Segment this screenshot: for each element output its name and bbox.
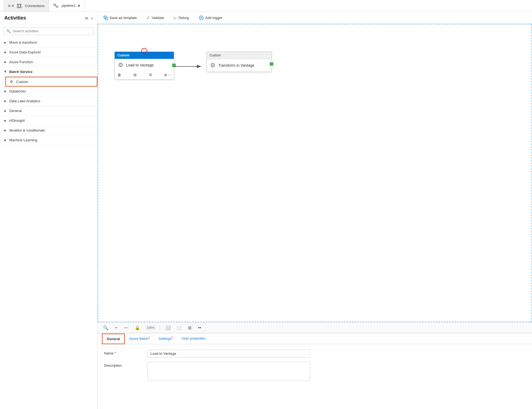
zoom-search-tool[interactable]: 🔍: [102, 325, 110, 331]
canvas-toolbar: 🔍 + — 🔒 100% ⬜ ⬚ ⊞ ▪▪: [98, 322, 532, 333]
node1-title: Load to Vantage: [126, 63, 154, 67]
sidebar-item-general[interactable]: ▶ General: [0, 106, 97, 116]
lock-tool[interactable]: 🔒: [134, 325, 141, 331]
sidebar-item-custom[interactable]: ⚙ Custom: [5, 77, 97, 87]
tab-general[interactable]: General: [102, 334, 125, 344]
sidebar-item-machine-learning[interactable]: ▶ Machine Learning: [0, 135, 97, 145]
tab-settings[interactable]: Settings1: [154, 333, 177, 344]
search-input[interactable]: [13, 29, 91, 33]
form-row-description: Description: [104, 362, 525, 381]
sidebar-item-label: Machine Learning: [9, 138, 37, 142]
zoom-100-tool[interactable]: 100%: [146, 325, 155, 330]
arrow-icon: ▶: [4, 71, 7, 73]
add-trigger-label: Add trigger: [205, 16, 223, 20]
sidebar-title: Activities: [4, 15, 26, 21]
zoom-in-tool[interactable]: +: [114, 325, 118, 331]
arrow-icon: ▶: [4, 90, 7, 93]
validate-label: Validate: [152, 16, 164, 20]
node1-footer: 🗑 ⊞ ⧉ ⊕→: [115, 71, 174, 79]
sidebar-item-label: Batch Service: [9, 70, 33, 74]
pipeline-toolbar: Save as template ✓ Validate ▷ Debug Add …: [98, 12, 532, 24]
sidebar-item-label: HDInsight: [9, 119, 25, 123]
node2-right-connector: [270, 62, 273, 66]
sidebar-item-iteration[interactable]: ▶ Iteration & conditionals: [0, 126, 97, 135]
svg-point-2: [17, 7, 19, 8]
form-area: Name * Description: [98, 344, 532, 391]
description-label: Description: [104, 362, 142, 368]
sidebar-item-label: General: [9, 109, 22, 113]
debug-label: Debug: [178, 16, 189, 20]
sidebar-item-batch-service[interactable]: ▶ Batch Service: [0, 67, 97, 77]
tab-pipeline[interactable]: pipeline1: [49, 0, 85, 12]
debug-button[interactable]: ▷ Debug: [172, 15, 190, 21]
arrow-icon: ▶: [4, 51, 7, 54]
copy-icon[interactable]: ⧉: [149, 72, 152, 77]
save-as-template-button[interactable]: Save as template: [102, 15, 138, 21]
search-box: 🔍: [3, 27, 94, 35]
sidebar-item-azure-function[interactable]: ▶ Azure Function: [0, 57, 97, 67]
svg-point-3: [20, 7, 21, 8]
node2-body: ⚙ Transform in Vantage: [207, 59, 271, 72]
arrow-icon: ▶: [4, 100, 7, 103]
activity-list: ▶ Move & transform ▶ Azure Data Explorer…: [0, 38, 97, 409]
tab-settings-label: Settings: [159, 337, 171, 341]
name-label: Name *: [104, 350, 142, 355]
tab-connections[interactable]: ✕✕ Connections: [3, 0, 49, 12]
description-input[interactable]: [148, 362, 310, 381]
required-star: *: [114, 351, 116, 355]
select-tool[interactable]: ⬚: [176, 325, 182, 331]
arrow-icon: ▶: [4, 119, 7, 122]
validate-button[interactable]: ✓ Validate: [145, 14, 166, 21]
node-custom-2[interactable]: Custom ⚙ Transform in Vantage: [207, 52, 272, 72]
connections-label: Connections: [25, 4, 44, 8]
sidebar-item-databricks[interactable]: ▶ Databricks: [0, 87, 97, 96]
sidebar-item-label: Databricks: [9, 89, 26, 93]
sidebar-item-hdinsight[interactable]: ▶ HDInsight: [0, 116, 97, 126]
gear-icon: ⚙: [10, 79, 13, 84]
delete-icon[interactable]: 🗑: [117, 73, 121, 77]
bottom-panel: General Azure Batch1 Settings1 User prop…: [98, 333, 532, 409]
params-icon[interactable]: ⊞: [133, 73, 137, 77]
align-tool[interactable]: ▪▪: [197, 325, 202, 331]
back-btn[interactable]: «: [91, 16, 93, 20]
sidebar-item-label: Iteration & conditionals: [9, 128, 45, 132]
sidebar-item-move-transform[interactable]: ▶ Move & transform: [0, 38, 97, 47]
sidebar-item-label: Move & transform: [9, 40, 37, 44]
connections-icon: [17, 4, 22, 8]
zoom-out-tool[interactable]: —: [123, 325, 129, 331]
sidebar-item-azure-data-explorer[interactable]: ▶ Azure Data Explorer: [0, 47, 97, 57]
svg-point-0: [17, 4, 19, 5]
tab-azure-batch-badge: 1: [148, 336, 150, 339]
main-layout: Activities ≫ « 🔍 ▶ Move & transform ▶ Az…: [0, 12, 532, 409]
tab-user-properties[interactable]: User properties: [177, 334, 210, 344]
top-bar: ✕✕ Connections pipeline1: [0, 0, 532, 12]
arrow-icon: ▶: [4, 41, 7, 44]
sidebar-item-label: Azure Data Explorer: [9, 50, 41, 54]
arrow-connector: [174, 62, 207, 71]
save-template-label: Save as template: [110, 16, 137, 20]
validate-icon: ✓: [146, 15, 150, 20]
fit-screen-tool[interactable]: ⬜: [164, 325, 172, 331]
sidebar-item-data-lake-analytics[interactable]: ▶ Data Lake Analytics: [0, 96, 97, 106]
auto-layout-tool[interactable]: ⊞: [187, 325, 193, 331]
name-input[interactable]: [148, 350, 310, 357]
add-trigger-button[interactable]: Add trigger: [197, 14, 224, 21]
collapse-btn[interactable]: ≫: [85, 16, 89, 20]
tab-azure-batch[interactable]: Azure Batch1: [125, 333, 154, 344]
sidebar-item-label: Azure Function: [9, 60, 33, 64]
arrow-icon: ▶: [4, 109, 7, 112]
node2-gear-icon: ⚙: [210, 62, 216, 69]
connections-icon: ✕✕: [8, 4, 15, 8]
tab-azure-batch-label: Azure Batch: [129, 337, 148, 341]
tab-user-properties-label: User properties: [181, 336, 206, 340]
sidebar: Activities ≫ « 🔍 ▶ Move & transform ▶ Az…: [0, 12, 98, 409]
node-custom-1[interactable]: Custom ⚙ Load to Vantage 🗑 ⊞ ⧉ ⊕→: [114, 52, 174, 79]
node1-body: ⚙ Load to Vantage: [115, 59, 174, 71]
connect-icon[interactable]: ⊕→: [164, 73, 171, 77]
sidebar-item-label: Custom: [16, 80, 28, 84]
node1-gear-icon: ⚙: [118, 62, 123, 69]
canvas[interactable]: Custom ⚙ Load to Vantage 🗑 ⊞ ⧉ ⊕→: [98, 24, 532, 322]
form-row-name: Name *: [104, 350, 525, 357]
save-template-icon: [104, 16, 108, 20]
arrow-icon: ▶: [4, 139, 7, 142]
